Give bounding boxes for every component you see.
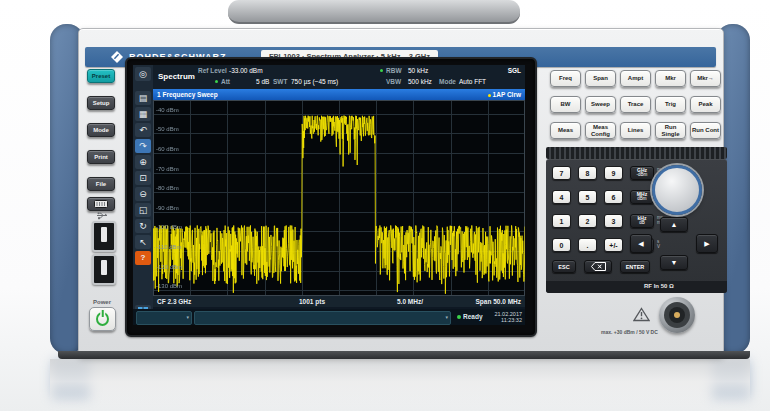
arrow-up-key[interactable]: ▲: [660, 217, 688, 232]
zoom-area-icon[interactable]: ⊡: [135, 171, 151, 185]
unit-ghz-dbm-key[interactable]: GHz-dBm: [630, 166, 654, 180]
tab-spectrum[interactable]: Spectrum: [158, 72, 195, 81]
digit-0[interactable]: 0: [552, 238, 571, 252]
enter-key[interactable]: ENTER: [620, 260, 650, 273]
rbw-label: RBW: [386, 67, 402, 74]
meas-config-key[interactable]: Meas Config: [585, 122, 616, 139]
mode-value[interactable]: Auto FFT: [459, 78, 486, 85]
trace-color-dot: [488, 94, 491, 97]
digit-1[interactable]: 1: [552, 214, 571, 228]
digit-5[interactable]: 5: [578, 190, 597, 204]
digit-9[interactable]: 9: [604, 166, 623, 180]
arrow-right-key[interactable]: ▶: [696, 234, 718, 253]
screen-toolbar: ◎ ▤ ▦ ↶ ↷ ⊕ ⊡ ⊖ ◱ ↻ ↖ ?: [133, 65, 153, 325]
digit-8[interactable]: 8: [578, 166, 597, 180]
esc-key[interactable]: ESC: [552, 260, 576, 273]
preset-key[interactable]: Preset: [87, 69, 115, 83]
file-key[interactable]: File: [87, 177, 115, 191]
front-panel: ROHDE&SCHWARZ FPL1003 · Spectrum Analyze…: [78, 28, 724, 356]
y-tick-label: -110 dBm: [156, 244, 182, 250]
graph-footer: CF 2.3 GHz 1001 pts 5.0 MHz/ Span 50.0 M…: [153, 296, 525, 307]
trig-key[interactable]: Trig: [655, 96, 686, 113]
refresh-icon[interactable]: ↻: [135, 219, 151, 233]
zoom-in-icon[interactable]: ⊕: [135, 155, 151, 169]
backspace-key[interactable]: [584, 260, 612, 273]
peak-key[interactable]: Peak: [690, 96, 721, 113]
usb-port-2: [92, 254, 116, 285]
run-cont-key[interactable]: Run Cont: [690, 122, 721, 139]
mkr-to-key[interactable]: Mkr→: [690, 70, 721, 87]
lines-key[interactable]: Lines: [620, 122, 651, 139]
zoom-out-icon[interactable]: ⊖: [135, 187, 151, 201]
spectrum-graph: -40 dBm -50 dBm -60 dBm -70 dBm -80 dBm …: [153, 100, 525, 296]
spectrum-canvas: [153, 100, 525, 296]
datetime: 21.02.2017 11:23:32: [494, 311, 522, 324]
sign-key[interactable]: +/-: [604, 238, 623, 252]
usb-port-1: [92, 221, 116, 252]
span-key[interactable]: Span: [585, 70, 616, 87]
vbw-label: VBW: [386, 78, 401, 85]
swt-value[interactable]: 750 µs (~45 ms): [291, 78, 338, 85]
center-frequency[interactable]: CF 2.3 GHz: [157, 298, 191, 305]
sweep-points[interactable]: 1001 pts: [299, 298, 325, 305]
window-titlebar[interactable]: 1 Frequency Sweep 1AP Clrw: [153, 89, 525, 100]
undo-icon[interactable]: ↶: [135, 123, 151, 137]
redo-icon[interactable]: ↷: [135, 139, 151, 153]
span-value[interactable]: Span 50.0 MHz: [475, 298, 521, 305]
trace-key[interactable]: Trace: [620, 96, 651, 113]
ref-level-value[interactable]: -33.00 dBm: [229, 67, 263, 74]
digit-7[interactable]: 7: [552, 166, 571, 180]
y-tick-label: -80 dBm: [156, 185, 179, 191]
att-value[interactable]: 5 dB: [256, 78, 269, 85]
vbw-value[interactable]: 500 kHz: [408, 78, 432, 85]
mode-key[interactable]: Mode: [87, 123, 115, 137]
y-tick-label: -90 dBm: [156, 205, 179, 211]
time: 11:23:32: [501, 317, 522, 323]
digit-3[interactable]: 3: [604, 214, 623, 228]
save-icon[interactable]: ▦: [135, 107, 151, 121]
arrow-down-key[interactable]: ▼: [660, 255, 688, 270]
freq-key[interactable]: Freq: [550, 70, 581, 87]
print-key[interactable]: Print: [87, 150, 115, 164]
swt-label: SWT: [273, 78, 287, 85]
rotary-knob[interactable]: [652, 165, 702, 215]
mkr-key[interactable]: Mkr: [655, 70, 686, 87]
ref-level-label: Ref Level: [198, 67, 227, 74]
sweep-key[interactable]: Sweep: [585, 96, 616, 113]
power-icon: [96, 312, 109, 326]
backspace-icon: [591, 262, 606, 271]
ampt-key[interactable]: Ampt: [620, 70, 651, 87]
help-icon[interactable]: ?: [135, 251, 151, 265]
ready-text: Ready: [463, 313, 483, 320]
camera-icon[interactable]: ◎: [135, 67, 151, 81]
status-dropdown-2[interactable]: ▾: [194, 311, 451, 325]
y-tick-label: -130 dBm: [156, 283, 182, 289]
chevron-down-icon: ▾: [186, 314, 189, 320]
split-screen-icon[interactable]: ◱: [135, 203, 151, 217]
power-button[interactable]: [89, 307, 116, 331]
unit-khz-db-key[interactable]: kHzdB: [630, 214, 654, 228]
digit-6[interactable]: 6: [604, 190, 623, 204]
keyboard-key[interactable]: [87, 197, 115, 211]
carry-handle: [228, 0, 520, 24]
display: ◎ ▤ ▦ ↶ ↷ ⊕ ⊡ ⊖ ◱ ↻ ↖ ?: [133, 65, 525, 325]
setup-key[interactable]: Setup: [87, 96, 115, 110]
decimal-key[interactable]: .: [578, 238, 597, 252]
connector-pin: [674, 312, 680, 318]
meas-key[interactable]: Meas: [550, 122, 581, 139]
digit-4[interactable]: 4: [552, 190, 571, 204]
rf-input-connector: [659, 297, 695, 333]
rbw-value[interactable]: 50 kHz: [408, 67, 428, 74]
run-single-key[interactable]: Run Single: [655, 122, 686, 139]
bw-key[interactable]: BW: [550, 96, 581, 113]
digit-2[interactable]: 2: [578, 214, 597, 228]
mode-label: Mode: [439, 78, 456, 85]
unit-mhz-dbm-key[interactable]: MHzdBm: [630, 190, 654, 204]
y-tick-label: -100 dBm: [156, 224, 182, 230]
status-dropdown-1[interactable]: ▾: [136, 311, 192, 325]
measurement-header: Spectrum Ref Level -33.00 dBm Att 5 dB S…: [153, 65, 525, 89]
arrow-left-key[interactable]: ◀: [630, 234, 652, 253]
max-input-warning: max. +30 dBm / 50 V DC: [601, 329, 701, 335]
open-folder-icon[interactable]: ▤: [135, 91, 151, 105]
help-pointer-icon[interactable]: ↖: [135, 235, 151, 249]
